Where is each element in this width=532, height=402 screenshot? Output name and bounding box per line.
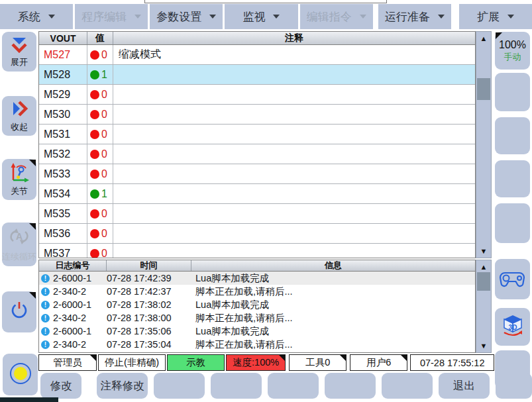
log-message: 脚本正在加载,请稍后... <box>191 338 475 351</box>
menu-item-label: 程序编辑 <box>81 9 127 25</box>
vout-row-M535[interactable]: M5350 <box>39 204 475 224</box>
function-key-empty[interactable] <box>382 373 433 399</box>
speed-field[interactable]: 速度:100% <box>226 354 286 371</box>
vout-scrollbar[interactable]: ▲ ▼ <box>476 31 492 258</box>
log-row[interactable]: 2-6000-107-28 17:42:39Lua脚本加载完成 <box>39 272 475 285</box>
menu-item-edit-command[interactable]: 编辑指令 <box>300 4 373 29</box>
side-button-empty[interactable] <box>495 160 530 197</box>
function-key-empty[interactable] <box>268 373 319 399</box>
info-icon <box>41 301 50 309</box>
vout-value: 0 <box>101 228 107 240</box>
vout-row-M536[interactable]: M5360 <box>39 224 475 244</box>
vout-value-cell: 0 <box>87 105 113 124</box>
function-key-empty[interactable] <box>496 373 532 399</box>
log-row[interactable]: 2-6000-1 <box>39 351 475 353</box>
vout-value-cell: 0 <box>87 224 113 243</box>
vout-row-M534[interactable]: M5341 <box>39 184 475 204</box>
chevron-down-icon <box>209 15 216 19</box>
screen-bottom-edge <box>0 397 58 402</box>
scroll-up-icon[interactable]: ▲ <box>476 33 491 44</box>
side-button-empty[interactable] <box>495 73 530 111</box>
vout-value-cell: 0 <box>87 204 113 223</box>
servo-power-button[interactable] <box>2 291 36 332</box>
vout-value-cell: 0 <box>87 85 113 104</box>
vout-row-M527[interactable]: M5270缩减模式 <box>39 45 475 65</box>
side-button-empty[interactable] <box>495 203 530 243</box>
menu-item-label: 运行准备 <box>385 9 430 25</box>
log-row[interactable]: 2-6000-107-28 17:35:06Lua脚本加载完成 <box>39 325 475 338</box>
collapse-button[interactable]: 收起 <box>2 96 36 136</box>
vout-comment <box>113 105 475 124</box>
function-key-empty[interactable] <box>154 373 205 399</box>
state-dot-icon <box>90 209 99 219</box>
vout-value: 0 <box>101 208 107 220</box>
vout-name: M530 <box>39 105 87 124</box>
scroll-down-icon[interactable]: ▼ <box>476 246 491 256</box>
log-table-body: 2-6000-107-28 17:42:39Lua脚本加载完成2-340-207… <box>39 272 475 353</box>
log-code: 2-6000-1 <box>53 326 91 336</box>
menu-item-program-edit[interactable]: 程序编辑 <box>75 4 148 29</box>
vout-comment <box>113 184 475 203</box>
datetime-field: 07-28 17:55:12 <box>410 354 494 371</box>
vout-value-cell: 0 <box>87 45 113 64</box>
vout-comment <box>113 164 475 183</box>
continuous-loop-button[interactable]: A 连续循环 <box>2 223 36 266</box>
expand-button[interactable]: 展开 <box>2 32 36 72</box>
log-scrollbar[interactable]: ▲ ▼ <box>476 260 492 353</box>
menu-bar: 系统程序编辑参数设置监视编辑指令运行准备扩展 <box>0 4 532 29</box>
log-row[interactable]: 2-340-207-28 17:38:00脚本正在加载,请稍后... <box>39 311 475 325</box>
user-frame-field[interactable]: 用户6 <box>350 354 407 371</box>
vout-row-M532[interactable]: M5320 <box>39 144 475 164</box>
speed-label: 速度:100% <box>233 356 279 369</box>
menu-item-monitor[interactable]: 监视 <box>225 4 297 29</box>
tool-field[interactable]: 工具0 <box>289 354 346 371</box>
vout-comment: 缩减模式 <box>113 45 475 64</box>
column-header-comment: 注释 <box>113 32 475 44</box>
vout-row-M528[interactable]: M5281 <box>39 65 475 85</box>
loop-mode-icon: A <box>8 226 30 250</box>
vout-row-M531[interactable]: M5310 <box>39 125 475 144</box>
vout-value: 1 <box>101 69 107 81</box>
info-icon <box>41 274 50 283</box>
modify-button[interactable]: 修改 <box>40 373 81 399</box>
vout-name: M533 <box>39 164 87 183</box>
menu-item-label: 编辑指令 <box>307 9 352 25</box>
user-role-field[interactable]: 管理员 <box>38 354 97 371</box>
menu-item-param-settings[interactable]: 参数设置 <box>150 4 223 29</box>
svg-text:3D: 3D <box>508 324 517 331</box>
scroll-down-icon[interactable]: ▼ <box>476 340 491 351</box>
exit-button[interactable]: 退出 <box>439 373 490 399</box>
menu-item-run-prepare[interactable]: 运行准备 <box>378 4 451 29</box>
comment-modify-button[interactable]: 注释修改 <box>97 373 148 399</box>
vout-row-M529[interactable]: M5290 <box>39 85 475 105</box>
joint-coordinate-button[interactable]: 关节 <box>2 159 36 200</box>
side-button-empty[interactable] <box>495 117 530 154</box>
log-row[interactable]: 2-6000-107-28 17:38:02Lua脚本加载完成 <box>39 298 475 311</box>
log-code-cell: 2-340-2 <box>39 339 107 350</box>
cube-3d-icon: 3D <box>500 314 526 340</box>
view-3d-button[interactable]: 3D <box>495 308 530 346</box>
vout-scrollbar-thumb[interactable] <box>477 78 490 100</box>
function-key-empty[interactable] <box>211 373 262 399</box>
scroll-up-icon[interactable]: ▲ <box>476 262 491 272</box>
log-message: 脚本正在加载,请稍后... <box>191 312 475 325</box>
log-time: 07-28 17:42:39 <box>107 273 191 283</box>
log-time: 07-28 17:35:06 <box>107 326 191 336</box>
menu-item-system[interactable]: 系统 <box>0 4 73 29</box>
log-code-cell: 2-6000-1 <box>39 273 107 283</box>
vout-value: 0 <box>101 248 107 259</box>
info-icon <box>41 314 50 323</box>
log-row[interactable]: 2-340-207-28 17:42:37脚本正在加载,请稍后... <box>39 285 475 298</box>
vout-row-M530[interactable]: M5300 <box>39 105 475 125</box>
log-scrollbar-thumb[interactable] <box>477 272 490 291</box>
state-dot-icon <box>90 50 99 60</box>
vout-row-M537[interactable]: M5370 <box>39 244 475 258</box>
log-code: 2-6000-1 <box>53 299 91 310</box>
menu-item-extend[interactable]: 扩展 <box>459 4 532 29</box>
speed-mode-button[interactable]: 100% 手动 <box>495 32 530 70</box>
vout-value: 0 <box>101 49 107 61</box>
vout-row-M533[interactable]: M5330 <box>39 164 475 184</box>
function-key-empty[interactable] <box>325 373 376 399</box>
log-row[interactable]: 2-340-207-28 17:35:04脚本正在加载,请稍后... <box>39 338 475 351</box>
pendant-control-button[interactable] <box>495 259 530 299</box>
